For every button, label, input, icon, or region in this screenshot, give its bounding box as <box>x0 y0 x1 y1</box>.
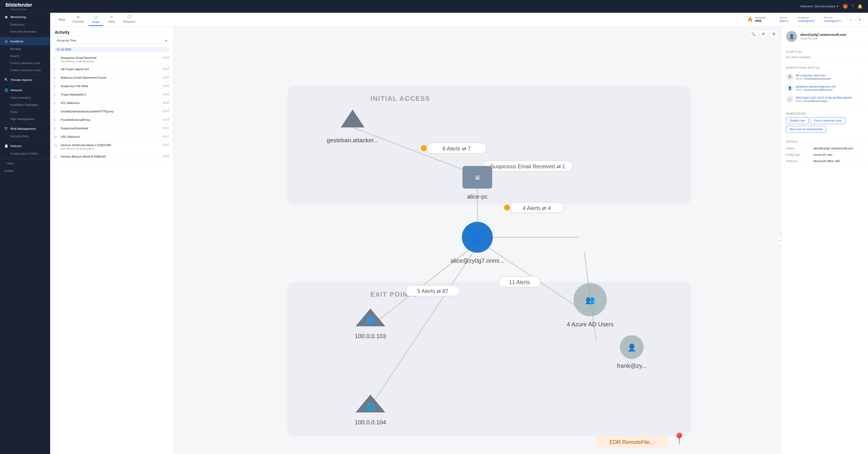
sidebar-group-incidents: ⚠ Incidents Blocklist Search Custom dete… <box>0 37 50 74</box>
activity-item[interactable]: 2 VB:Trojan.Valyria.447 02:47 <box>50 65 173 74</box>
sidebar-item-executive-summary[interactable]: Executive Summary <box>0 28 50 35</box>
welcome-text: Welcome, Security Analyst ▾ <box>800 5 838 8</box>
sidebar-item-network[interactable]: 🌐 Network <box>0 86 50 94</box>
response-icon: 🛡 <box>127 15 131 20</box>
sidebar-item-custom-exclusion[interactable]: Custom exclusion rules <box>0 67 50 74</box>
refresh-button[interactable]: ↻ <box>856 16 863 23</box>
header-actions: ✓ ↻ <box>847 16 863 23</box>
activity-content: URL.Malicious <box>61 135 160 138</box>
sidebar-item-custom-detection[interactable]: Custom detection rules <box>0 60 50 67</box>
status-chevron-icon: ▾ <box>787 20 788 23</box>
details-row-entity: Entity type: Azure AD user <box>786 152 863 158</box>
activity-item[interactable]: 6 ATC.Malicious 02:47 <box>50 99 173 107</box>
back-button[interactable]: ← Back <box>55 18 65 21</box>
policies-icon: 📋 <box>4 144 8 148</box>
sidebar-item-blocklist[interactable]: Blocklist <box>0 45 50 53</box>
activity-item[interactable]: 9 SuspiciousDownload 02:47 <box>50 124 173 133</box>
activity-item[interactable]: 10 URL.Malicious 02:47 <box>50 133 173 141</box>
graph-icon: ⬡ <box>94 15 98 20</box>
tab-overview[interactable]: ≡ Overview <box>69 13 88 26</box>
activity-item[interactable]: 8 PossibleExternalProxy 02:47 <box>50 116 173 124</box>
activity-content: Trojan.Metasploit.A <box>61 93 160 96</box>
activity-name: Generic.ShellCode.Marte.2.0CB3706F <box>61 143 160 147</box>
sidebar-item-dashboard[interactable]: Dashboard <box>0 21 50 28</box>
assignee-value[interactable]: Unassigned ▾ <box>798 20 814 23</box>
interaction-arrow-keyvault: › <box>862 97 863 101</box>
group-selector[interactable]: Group by Time Group by Type Group by Sev… <box>54 37 169 44</box>
activity-item[interactable]: 5 Trojan.Metasploit.A 02:47 <box>50 91 173 99</box>
details-key-name: Name: <box>786 147 813 150</box>
sidebar-item-tasks[interactable]: Tasks <box>0 108 50 116</box>
sidebar-label-incidents: Incidents <box>10 40 24 43</box>
notification-icon[interactable]: 🔔 <box>858 4 863 9</box>
svg-text:📍[interactable]: 📍 <box>673 432 686 445</box>
tab-response[interactable]: 🛡 Response <box>120 13 139 26</box>
sidebar-item-policies[interactable]: 📋 Policies <box>0 142 50 150</box>
threats-icon: 🔍 <box>4 78 8 82</box>
interaction-content-gesteban: gesteban.attacker@gmail.com Alerts: Susp… <box>796 85 860 91</box>
assignee-label: Assignee <box>798 17 814 19</box>
activity-item[interactable]: 1 Suspicious Email Received Seen 5 times… <box>50 54 173 65</box>
sidebar-item-configuration-profiles[interactable]: Configuration Profiles <box>0 150 50 157</box>
sidebar-item-risk-management[interactable]: 🛡 Risk Management <box>0 125 50 133</box>
incident-badge: 🔥 INCIDENT #956 <box>743 17 770 23</box>
sidebar-item-threats-xplorer[interactable]: 🔍 Threats Xplorer <box>0 76 50 84</box>
sidebar-item-installation-packages[interactable]: Installation Packages <box>0 101 50 108</box>
details-val-name: alice@zy0g7.onmicrosoft.com <box>813 147 853 150</box>
activity-sub: Seen 2 times on 1 interactions <box>61 147 160 150</box>
sidebar-label-policies: Policies <box>10 144 22 148</box>
force-credentials-button[interactable]: Force credentials reset <box>810 117 845 124</box>
filter-button[interactable]: ⚗ <box>770 30 778 38</box>
sidebar-item-search[interactable]: Search <box>0 53 50 60</box>
activity-time: 02:47 <box>163 135 169 138</box>
search-graph-button[interactable]: 🔍 <box>749 30 757 38</box>
status-value[interactable]: Open ▾ <box>779 20 788 23</box>
date-badge: 21 Jul 2023 <box>54 47 169 52</box>
check-button[interactable]: ✓ <box>847 16 854 23</box>
interaction-item-gesteban[interactable]: 👤 gesteban.attacker@gmail.com Alerts: Su… <box>786 83 863 94</box>
topbar-right: Welcome, Security Analyst ▾ 🎁 ? 🔔 <box>800 4 863 9</box>
sidebar-item-security-risks[interactable]: Security Risks <box>0 133 50 140</box>
mark-compromised-button[interactable]: Mark user as compromised <box>786 126 826 133</box>
eye-button[interactable]: 👁 <box>760 30 768 38</box>
risk-icon: 🛡 <box>4 127 8 130</box>
sidebar: ◉ Monitoring Dashboard Executive Summary… <box>0 13 50 454</box>
activity-list: 1 Suspicious Email Received Seen 5 times… <box>50 54 173 454</box>
tab-alerts[interactable]: ≈ Alerts <box>104 13 119 26</box>
sidebar-item-incidents[interactable]: ⚠ Incidents <box>0 37 50 45</box>
keyvault-icon: ⚠ <box>786 96 794 103</box>
activity-item[interactable]: 3 Malicious Email Attachment Found 02:47 <box>50 74 173 82</box>
interaction-item-db[interactable]: 🗄 db-company-client-info Alerts: CloudDa… <box>786 71 863 83</box>
gift-icon[interactable]: 🎁 <box>843 4 848 9</box>
activity-item[interactable]: 7 DoubleExtensionExecutableHTTPQuery 02:… <box>50 107 173 116</box>
interaction-item-keyvault[interactable]: ⚠ 65813a82-14d7-4915-b74b-da789c1dbe61 A… <box>786 94 863 105</box>
sidebar-item-profiles[interactable]: Profiles <box>0 167 50 174</box>
disable-user-button[interactable]: Disable User <box>786 117 809 124</box>
activity-time: 02:47 <box>163 127 169 130</box>
graph-expand-toggle[interactable]: » <box>777 236 781 245</box>
sidebar-item-tags-management[interactable]: Tags Management <box>0 116 50 123</box>
priority-value[interactable]: Unassigned ▾ <box>824 20 841 23</box>
interaction-arrow-db: › <box>862 75 863 79</box>
user-header: 👤 alice@zy0g7.onmicrosoft.com Azure AD u… <box>781 27 868 47</box>
activity-content: Generic.ShellCode.Marte.2.0CB3706F Seen … <box>61 143 160 150</box>
group-by-select[interactable]: Group by Time Group by Type Group by Sev… <box>54 37 169 44</box>
svg-text:4 Alerts ⇄ 4: 4 Alerts ⇄ 4 <box>523 205 551 211</box>
sidebar-group-threats: 🔍 Threats Xplorer <box>0 76 50 84</box>
chevron-down-icon[interactable]: ▾ <box>837 5 838 8</box>
tab-graph[interactable]: ⬡ Graph <box>89 13 103 26</box>
sidebar-more-button[interactable]: ↓ More <box>0 159 50 167</box>
sidebar-item-patch-inventory[interactable]: Patch Inventory <box>0 94 50 101</box>
details-row-name: Name: alice@zy0g7.onmicrosoft.com <box>786 145 863 152</box>
activity-content: PossibleExternalProxy <box>61 118 160 122</box>
help-icon[interactable]: ? <box>851 4 854 9</box>
incident-body: Activity Group by Time Group by Type Gro… <box>50 27 868 454</box>
activity-item[interactable]: 4 Suspicious File Write 02:47 <box>50 82 173 91</box>
activity-item[interactable]: 11 Generic.ShellCode.Marte.2.0CB3706F Se… <box>50 141 173 153</box>
meta-status: Status Open ▾ <box>777 17 791 23</box>
details-val-entity: Azure AD user <box>813 153 833 156</box>
svg-text:EDR.RemoteFile...: EDR.RemoteFile... <box>609 439 654 445</box>
interaction-arrow-gesteban: › <box>862 86 863 90</box>
sidebar-item-monitoring[interactable]: ◉ Monitoring <box>0 13 50 21</box>
activity-item[interactable]: 12 Generic.Beacon.Marte.B.69B8165 02:47 <box>50 153 173 161</box>
